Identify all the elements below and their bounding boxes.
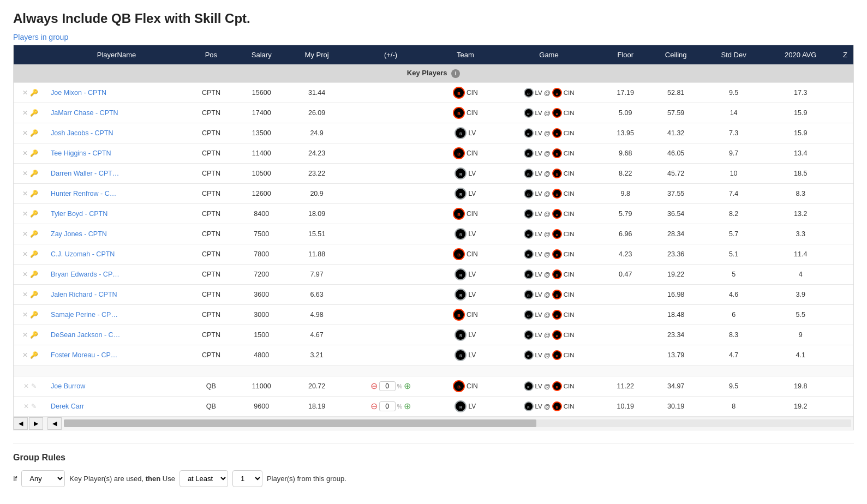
player-name[interactable]: Joe Mixon - CPTN [46,82,187,103]
player-proj: 20.72 [288,376,346,396]
lv-logo-game: R [524,290,534,299]
lock-icon[interactable]: ✕ [22,311,28,319]
row-actions: ✕ ✎ [14,396,46,416]
player-proj: 15.51 [288,224,346,244]
player-name[interactable]: Bryan Edwards - CP… [46,264,187,284]
lv-logo: R [455,400,467,412]
player-name[interactable]: Hunter Renfrow - C… [46,183,187,203]
scroll-arrows-right[interactable]: ◀ [47,417,62,430]
key-icon[interactable]: 🔑 [30,109,38,117]
player-adj[interactable]: ⊖ % ⊕ [346,376,435,396]
player-name[interactable]: Joe Burrow [46,376,187,396]
info-icon[interactable]: i [451,69,460,78]
cin-logo-game: B [552,209,562,219]
scroll-right-button[interactable]: ▶ [29,417,43,430]
player-floor: 8.22 [602,163,649,183]
edit-icon[interactable]: ✎ [31,403,37,410]
key-icon[interactable]: 🔑 [30,250,38,258]
key-icon[interactable]: 🔑 [30,331,38,339]
plus-button[interactable]: ⊕ [404,382,411,391]
icon-cell: ✕ 🔑 [18,331,42,339]
key-icon[interactable]: 🔑 [30,311,38,319]
minus-button[interactable]: ⊖ [370,382,378,391]
player-salary: 17400 [236,103,288,123]
lock-icon[interactable]: ✕ [22,190,28,197]
key-icon[interactable]: 🔑 [30,190,38,197]
player-name[interactable]: C.J. Uzomah - CPTN [46,244,187,264]
lock-icon[interactable]: ✕ [22,250,28,258]
player-team: R LV [435,396,496,416]
scroll-left-button[interactable]: ◀ [14,417,28,430]
player-name[interactable]: Tee Higgins - CPTN [46,143,187,163]
horizontal-scrollbar[interactable] [64,419,851,427]
player-proj: 24.23 [288,143,346,163]
lock-icon[interactable]: ✕ [22,351,28,359]
player-stddev: 8 [703,396,764,416]
player-pos: CPTN [187,82,236,103]
player-name[interactable]: Tyler Boyd - CPTN [46,203,187,224]
player-name[interactable]: Derek Carr [46,396,187,416]
player-name[interactable]: Darren Waller - CPT… [46,163,187,183]
lock-icon[interactable]: ✕ [22,210,28,218]
key-icon[interactable]: 🔑 [30,351,38,359]
player-avg: 9 [764,325,837,345]
scroll-left2-button[interactable]: ◀ [47,417,62,430]
player-avg: 4 [764,264,837,284]
lock-icon[interactable]: ✕ [22,109,28,117]
player-avg: 18.5 [764,163,837,183]
player-z [837,284,853,304]
player-name[interactable]: Samaje Perine - CP… [46,304,187,325]
cin-logo: B [453,107,465,119]
player-pos: CPTN [187,203,236,224]
player-name[interactable]: Josh Jacobs - CPTN [46,123,187,143]
lock-icon[interactable]: ✕ [23,382,29,390]
edit-icon[interactable]: ✎ [31,382,37,390]
player-name[interactable]: Jalen Richard - CPTN [46,284,187,304]
lock-icon[interactable]: ✕ [22,230,28,238]
lock-icon[interactable]: ✕ [22,129,28,137]
key-icon[interactable]: 🔑 [30,210,38,218]
adj-input[interactable] [379,381,396,391]
player-floor: 10.19 [602,396,649,416]
player-avg: 3.9 [764,284,837,304]
group-rules-section: Group Rules If Any Key Player(s) are use… [13,443,854,496]
table-row: ✕ 🔑 Foster Moreau - CP… CPTN 4800 3.21 R… [14,345,853,365]
row-actions: ✕ 🔑 [14,244,46,264]
player-avg: 15.9 [764,123,837,143]
lock-icon[interactable]: ✕ [22,149,28,157]
lock-icon[interactable]: ✕ [22,170,28,177]
plus-button[interactable]: ⊕ [404,402,411,411]
lock-icon[interactable]: ✕ [23,403,29,410]
player-name[interactable]: JaMarr Chase - CPTN [46,103,187,123]
key-icon[interactable]: 🔑 [30,271,38,278]
lv-logo-game: R [524,310,534,320]
lock-icon[interactable]: ✕ [22,89,28,97]
minus-button[interactable]: ⊖ [370,402,378,411]
key-icon[interactable]: 🔑 [30,149,38,157]
lock-icon[interactable]: ✕ [22,291,28,298]
adj-input[interactable] [379,401,396,411]
player-name[interactable]: Zay Jones - CPTN [46,224,187,244]
player-game: R LV @ B CIN [495,82,602,103]
player-name[interactable]: DeSean Jackson - C… [46,325,187,345]
lv-logo: R [455,127,467,139]
scroll-arrows-left[interactable]: ◀ ▶ [14,417,43,430]
player-name[interactable]: Foster Moreau - CP… [46,345,187,365]
count-select[interactable]: 1 2 3 [232,470,262,487]
if-select[interactable]: Any [21,470,65,487]
player-adj [346,304,435,325]
icon-cell: ✕ ✎ [18,382,42,390]
lock-icon[interactable]: ✕ [22,331,28,339]
key-icon[interactable]: 🔑 [30,170,38,177]
lock-icon[interactable]: ✕ [22,271,28,278]
group-header-row: Key Players i [14,64,853,82]
lv-logo-game: R [524,148,534,158]
key-icon[interactable]: 🔑 [30,291,38,298]
icon-cell: ✕ 🔑 [18,129,42,137]
player-adj[interactable]: ⊖ % ⊕ [346,396,435,416]
key-icon[interactable]: 🔑 [30,89,38,97]
condition-select[interactable]: at Least at Most Exactly [180,470,228,487]
key-icon[interactable]: 🔑 [30,230,38,238]
key-icon[interactable]: 🔑 [30,129,38,137]
player-team: R LV [435,325,496,345]
